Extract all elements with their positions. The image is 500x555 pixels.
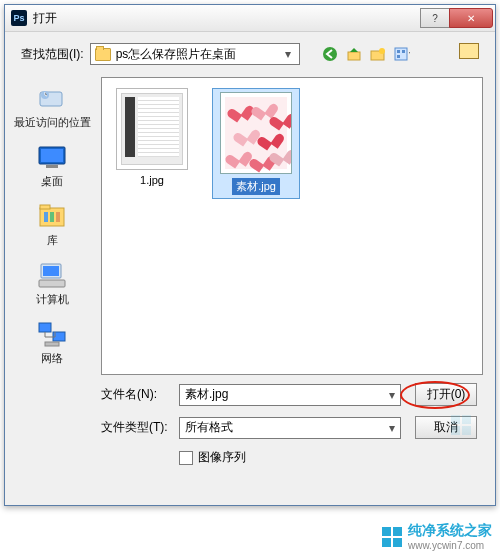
recent-icon <box>35 83 69 113</box>
filetype-field[interactable]: 所有格式 ▾ <box>179 417 401 439</box>
libraries-icon <box>35 201 69 231</box>
corner-folder-icon[interactable] <box>459 43 479 59</box>
svg-rect-7 <box>397 55 400 58</box>
open-button[interactable]: 打开(0) <box>415 383 477 406</box>
help-button[interactable]: ? <box>420 8 450 28</box>
svg-rect-12 <box>46 165 58 168</box>
brand-url: www.ycwin7.com <box>408 540 492 551</box>
filetype-value: 所有格式 <box>185 419 233 436</box>
place-label: 最近访问的位置 <box>14 115 91 130</box>
titlebar[interactable]: Ps 打开 ? ✕ <box>5 5 495 32</box>
computer-icon <box>35 260 69 290</box>
svg-rect-14 <box>40 205 50 209</box>
svg-point-0 <box>323 47 337 61</box>
place-network[interactable]: 网络 <box>9 319 95 366</box>
chevron-down-icon: ▾ <box>389 421 395 435</box>
file-name: 1.jpg <box>140 174 164 186</box>
filename-label: 文件名(N): <box>101 386 179 403</box>
svg-rect-6 <box>402 50 405 53</box>
chevron-down-icon: ▾ <box>281 45 295 63</box>
place-label: 计算机 <box>36 292 69 307</box>
lookin-label: 查找范围(I): <box>21 46 84 63</box>
window-title: 打开 <box>33 10 57 27</box>
svg-rect-15 <box>44 212 48 222</box>
svg-rect-19 <box>43 266 59 276</box>
image-sequence-checkbox[interactable] <box>179 451 193 465</box>
place-desktop[interactable]: 桌面 <box>9 142 95 189</box>
svg-rect-5 <box>397 50 400 53</box>
svg-rect-21 <box>39 323 51 332</box>
chevron-down-icon: ▾ <box>389 388 395 402</box>
lookin-value: ps怎么保存照片在桌面 <box>116 46 237 63</box>
file-item[interactable]: 1.jpg <box>112 88 192 199</box>
photoshop-app-icon: Ps <box>11 10 27 26</box>
place-label: 库 <box>47 233 58 248</box>
network-icon <box>35 319 69 349</box>
lookin-combo[interactable]: ps怎么保存照片在桌面 ▾ <box>90 43 300 65</box>
faint-watermark <box>451 415 471 435</box>
back-icon[interactable] <box>322 46 338 62</box>
svg-point-3 <box>379 48 385 54</box>
brand-logo-icon <box>382 527 402 547</box>
file-item-selected[interactable]: 素材.jpg <box>212 88 300 199</box>
svg-rect-11 <box>41 149 63 162</box>
brand-name: 纯净系统之家 <box>408 522 492 538</box>
svg-rect-23 <box>45 342 59 346</box>
filetype-label: 文件类型(T): <box>101 419 179 436</box>
new-folder-icon[interactable] <box>370 46 386 62</box>
place-recent[interactable]: 最近访问的位置 <box>9 83 95 130</box>
up-one-level-icon[interactable] <box>346 46 362 62</box>
places-bar: 最近访问的位置 桌面 库 计算机 网络 <box>9 77 95 499</box>
file-name: 素材.jpg <box>232 178 280 195</box>
file-thumbnail <box>220 92 292 174</box>
place-label: 网络 <box>41 351 63 366</box>
view-menu-icon[interactable] <box>394 46 410 62</box>
file-list-pane[interactable]: 1.jpg <box>101 77 483 375</box>
filename-value: 素材.jpg <box>185 386 228 403</box>
brand-watermark: 纯净系统之家 www.ycwin7.com <box>382 522 492 551</box>
place-label: 桌面 <box>41 174 63 189</box>
folder-icon <box>95 48 111 61</box>
svg-rect-20 <box>39 280 65 287</box>
svg-rect-4 <box>395 48 407 60</box>
filename-field[interactable]: 素材.jpg ▾ <box>179 384 401 406</box>
svg-rect-17 <box>56 212 60 222</box>
open-file-dialog: Ps 打开 ? ✕ 查找范围(I): ps怎么保存照片在桌面 ▾ <box>4 4 496 506</box>
svg-rect-1 <box>348 52 360 60</box>
svg-rect-16 <box>50 212 54 222</box>
place-libraries[interactable]: 库 <box>9 201 95 248</box>
file-thumbnail <box>116 88 188 170</box>
place-computer[interactable]: 计算机 <box>9 260 95 307</box>
desktop-icon <box>35 142 69 172</box>
image-sequence-label: 图像序列 <box>198 449 246 466</box>
close-button[interactable]: ✕ <box>449 8 493 28</box>
